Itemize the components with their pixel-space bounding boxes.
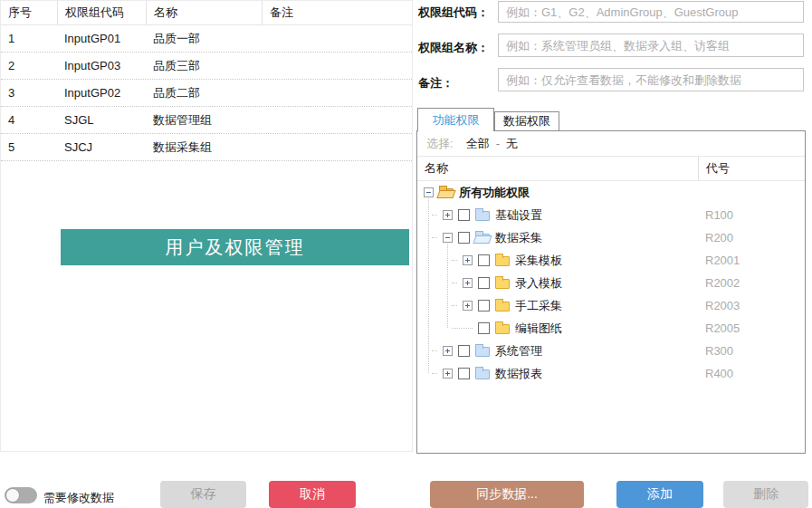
folder-icon	[475, 234, 490, 244]
note-input[interactable]	[498, 68, 804, 91]
table-cell: 品质一部	[146, 25, 262, 52]
expand-plus-icon[interactable]	[443, 369, 453, 379]
tree-node[interactable]: 系统管理R300	[417, 340, 805, 362]
node-label: 所有功能权限	[459, 185, 530, 201]
permission-tree: 所有功能权限基础设置R100数据采集R200采集模板R2001录入模板R2002…	[417, 181, 805, 453]
folder-icon	[475, 211, 490, 221]
node-label: 录入模板	[515, 275, 562, 292]
node-code: R2001	[705, 254, 740, 267]
sync-data-button[interactable]: 同步数据...	[430, 481, 584, 508]
folder-icon	[475, 347, 490, 357]
table-row[interactable]: 1InputGP01品质一部	[1, 25, 412, 53]
table-cell: 5	[1, 134, 57, 160]
node-code: R100	[705, 208, 733, 222]
tree-node[interactable]: 录入模板R2002	[417, 272, 805, 294]
group-code-input[interactable]	[498, 1, 804, 23]
cancel-button[interactable]: 取消	[269, 481, 356, 508]
table-cell: InputGP03	[57, 53, 146, 79]
table-cell	[262, 25, 412, 52]
folder-icon	[495, 256, 510, 266]
tree-node[interactable]: 数据报表R400	[417, 362, 805, 385]
table-cell: SJGL	[57, 107, 146, 133]
collapse-minus-icon[interactable]	[443, 233, 453, 243]
tree-connector	[452, 260, 457, 261]
modify-data-toggle[interactable]	[5, 487, 37, 503]
select-none-link[interactable]: 无	[506, 136, 518, 152]
table-cell	[262, 134, 412, 160]
group-table-body: 1InputGP01品质一部2InputGP03品质三部3InputGP02品质…	[1, 25, 412, 161]
tree-column-code: 代号	[698, 157, 805, 180]
table-cell: SJCJ	[57, 134, 146, 160]
table-row[interactable]: 3InputGP02品质二部	[1, 80, 412, 107]
permission-group-table: 序号 权限组代码 名称 备注 1InputGP01品质一部2InputGP03品…	[0, 0, 413, 452]
node-checkbox[interactable]	[478, 300, 490, 312]
tree-node[interactable]: 数据采集R200	[417, 226, 805, 249]
delete-button[interactable]: 删除	[723, 481, 808, 508]
tree-connector	[432, 215, 437, 216]
table-cell: 4	[1, 107, 57, 133]
node-checkbox[interactable]	[458, 209, 470, 221]
select-dash: -	[496, 137, 500, 150]
folder-icon	[495, 302, 510, 312]
page-title-banner: 用户及权限管理	[61, 229, 409, 265]
node-checkbox[interactable]	[478, 322, 490, 334]
group-name-input[interactable]	[498, 34, 804, 57]
node-label: 数据报表	[495, 366, 542, 382]
expand-plus-icon[interactable]	[463, 278, 473, 288]
node-checkbox[interactable]	[458, 232, 470, 244]
node-code: R2003	[705, 299, 740, 312]
node-checkbox[interactable]	[478, 254, 490, 266]
table-cell: InputGP01	[57, 25, 146, 52]
table-header-row: 序号 权限组代码 名称 备注	[1, 1, 412, 25]
collapse-minus-icon[interactable]	[424, 187, 434, 197]
node-code: R300	[705, 344, 733, 358]
table-cell: InputGP02	[57, 80, 146, 106]
table-row[interactable]: 5SJCJ数据采集组	[1, 134, 412, 161]
table-cell: 数据管理组	[146, 107, 262, 133]
save-button[interactable]: 保存	[160, 481, 246, 508]
column-header-index: 序号	[1, 1, 57, 24]
tree-node[interactable]: 手工采集R2003	[417, 294, 805, 317]
node-label: 基础设置	[495, 207, 542, 224]
expand-plus-icon[interactable]	[443, 346, 453, 356]
expand-plus-icon[interactable]	[463, 255, 473, 265]
node-label: 数据采集	[495, 230, 542, 246]
add-button[interactable]: 添加	[616, 481, 703, 508]
column-header-code: 权限组代码	[57, 1, 146, 24]
expand-plus-icon[interactable]	[443, 210, 453, 220]
node-checkbox[interactable]	[458, 345, 470, 357]
node-label: 系统管理	[495, 343, 542, 359]
tree-node[interactable]: 所有功能权限	[417, 181, 805, 204]
tree-node[interactable]: 基础设置R100	[417, 204, 805, 226]
user-permission-management-window: 序号 权限组代码 名称 备注 1InputGP01品质一部2InputGP03品…	[0, 0, 812, 508]
selection-toolbar: 选择: 全部 - 无	[417, 131, 805, 157]
tree-node[interactable]: 采集模板R2001	[417, 249, 805, 272]
table-row[interactable]: 2InputGP03品质三部	[1, 53, 412, 80]
tree-connector	[432, 237, 437, 238]
group-code-label: 权限组代码：	[418, 5, 496, 21]
page-title: 用户及权限管理	[166, 235, 305, 260]
modify-data-toggle-label: 需要修改数据	[43, 490, 114, 506]
table-cell	[262, 53, 412, 79]
group-name-label: 权限组名称：	[418, 40, 496, 56]
node-checkbox[interactable]	[478, 277, 490, 289]
tree-node[interactable]: 编辑图纸R2005	[417, 317, 805, 340]
select-label: 选择:	[426, 136, 454, 152]
node-checkbox[interactable]	[458, 368, 470, 379]
tab-data-permissions[interactable]: 数据权限	[494, 111, 559, 130]
node-label: 采集模板	[515, 253, 562, 269]
folder-icon	[475, 369, 490, 379]
node-code: R400	[705, 367, 733, 380]
table-cell	[262, 107, 412, 133]
tree-connector	[452, 283, 457, 283]
table-cell: 1	[1, 25, 57, 52]
select-all-link[interactable]: 全部	[466, 136, 490, 152]
expand-plus-icon[interactable]	[463, 301, 473, 311]
tab-function-permissions[interactable]: 功能权限	[417, 108, 494, 131]
folder-icon	[495, 324, 510, 334]
folder-icon	[439, 188, 454, 198]
tree-header-row: 名称 代号	[417, 157, 805, 181]
node-code: R2002	[705, 276, 740, 290]
table-row[interactable]: 4SJGL数据管理组	[1, 107, 412, 134]
node-label: 编辑图纸	[515, 321, 562, 337]
